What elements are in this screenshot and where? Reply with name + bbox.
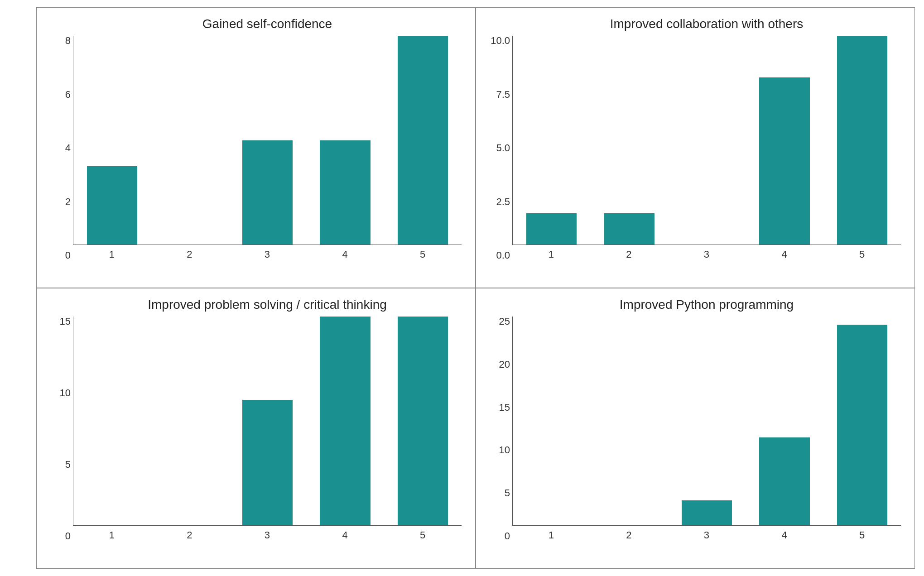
bar-group — [306, 317, 384, 525]
x-tick: 1 — [73, 526, 151, 541]
bars-container — [73, 36, 462, 245]
chart-panel-improved-collaboration: Improved collaboration with others10.07.… — [476, 7, 915, 288]
x-tick: 3 — [668, 245, 746, 260]
bar-group — [668, 317, 746, 525]
outer-wrapper: Gained self-confidence8642012345Improved… — [9, 7, 915, 569]
y-axis-improved-collaboration: 10.07.55.02.50.0 — [487, 36, 510, 260]
y-tick: 5.0 — [496, 143, 510, 153]
bar — [759, 77, 809, 245]
bars-and-xaxis: 12345 — [73, 317, 462, 541]
y-tick: 25 — [499, 317, 510, 326]
y-tick: 5 — [505, 488, 510, 498]
bar-group — [590, 36, 668, 245]
bar-group — [384, 36, 462, 245]
x-tick: 1 — [512, 245, 590, 260]
bars-container — [512, 36, 901, 245]
y-tick: 20 — [499, 360, 510, 370]
x-axis: 12345 — [512, 245, 901, 260]
y-tick: 2 — [65, 197, 71, 207]
x-tick: 4 — [746, 526, 823, 541]
y-tick: 2.5 — [496, 197, 510, 207]
bar-group — [73, 317, 151, 525]
x-tick: 1 — [73, 245, 151, 260]
x-tick: 5 — [384, 526, 462, 541]
x-tick: 3 — [228, 245, 306, 260]
x-tick: 2 — [151, 526, 229, 541]
y-tick: 0 — [65, 250, 71, 260]
bar-group — [746, 36, 823, 245]
y-tick: 0.0 — [496, 250, 510, 260]
x-axis: 12345 — [73, 245, 462, 260]
chart-area-improved-python: 252015105012345 — [512, 317, 901, 541]
x-tick: 1 — [512, 526, 590, 541]
bar-group — [151, 317, 228, 525]
chart-panel-improved-problem-solving: Improved problem solving / critical thin… — [36, 288, 476, 569]
x-tick: 5 — [823, 526, 901, 541]
chart-title-improved-collaboration: Improved collaboration with others — [512, 17, 901, 31]
y-tick: 8 — [65, 36, 71, 46]
y-tick: 0 — [65, 531, 71, 541]
chart-title-improved-problem-solving: Improved problem solving / critical thin… — [73, 298, 462, 312]
x-tick: 2 — [590, 526, 668, 541]
bar — [837, 325, 887, 525]
chart-panel-gained-self-confidence: Gained self-confidence8642012345 — [36, 7, 476, 288]
y-axis-improved-problem-solving: 151050 — [48, 317, 71, 541]
y-axis-label — [9, 7, 36, 569]
x-axis: 12345 — [512, 526, 901, 541]
x-tick: 3 — [668, 526, 746, 541]
y-tick: 15 — [60, 317, 71, 326]
bar — [526, 213, 577, 245]
y-axis-gained-self-confidence: 86420 — [48, 36, 71, 260]
y-tick: 0 — [505, 531, 510, 541]
chart-area-gained-self-confidence: 8642012345 — [73, 36, 462, 260]
bar-group — [384, 317, 462, 525]
bar-group — [823, 36, 901, 245]
bar — [320, 317, 370, 525]
bars-and-xaxis: 12345 — [512, 317, 901, 541]
x-tick: 5 — [384, 245, 462, 260]
bar-group — [73, 36, 151, 245]
x-tick: 4 — [746, 245, 823, 260]
bar-group — [513, 36, 590, 245]
bar — [87, 166, 137, 245]
bars-container — [512, 317, 901, 526]
chart-title-gained-self-confidence: Gained self-confidence — [73, 17, 462, 31]
y-tick: 7.5 — [496, 90, 510, 100]
bar-group — [229, 317, 306, 525]
chart-area-improved-collaboration: 10.07.55.02.50.012345 — [512, 36, 901, 260]
bar — [398, 36, 448, 245]
y-tick: 10 — [60, 388, 71, 398]
y-tick: 5 — [65, 460, 71, 470]
bar — [242, 140, 293, 245]
bar — [320, 140, 370, 245]
bar-group — [746, 317, 823, 525]
x-tick: 5 — [823, 245, 901, 260]
bar-group — [151, 36, 228, 245]
y-tick: 10 — [499, 445, 510, 455]
charts-grid: Gained self-confidence8642012345Improved… — [36, 7, 915, 569]
bar-group — [229, 36, 306, 245]
bars-and-xaxis: 12345 — [73, 36, 462, 260]
y-tick: 4 — [65, 143, 71, 153]
bar-group — [823, 317, 901, 525]
x-tick: 3 — [228, 526, 306, 541]
x-axis: 12345 — [73, 526, 462, 541]
bar — [604, 213, 654, 245]
bars-container — [73, 317, 462, 526]
y-tick: 6 — [65, 90, 71, 100]
chart-area-improved-problem-solving: 15105012345 — [73, 317, 462, 541]
x-tick: 2 — [151, 245, 229, 260]
bar-group — [513, 317, 590, 525]
chart-title-improved-python: Improved Python programming — [512, 298, 901, 312]
bar-group — [306, 36, 384, 245]
bar-group — [590, 317, 668, 525]
y-tick: 10.0 — [491, 36, 510, 46]
chart-panel-improved-python: Improved Python programming2520151050123… — [476, 288, 915, 569]
bar — [837, 36, 887, 245]
y-tick: 15 — [499, 403, 510, 413]
x-tick: 4 — [306, 245, 384, 260]
bars-and-xaxis: 12345 — [512, 36, 901, 260]
bar-group — [668, 36, 746, 245]
bar — [759, 437, 809, 525]
bar — [242, 400, 293, 525]
